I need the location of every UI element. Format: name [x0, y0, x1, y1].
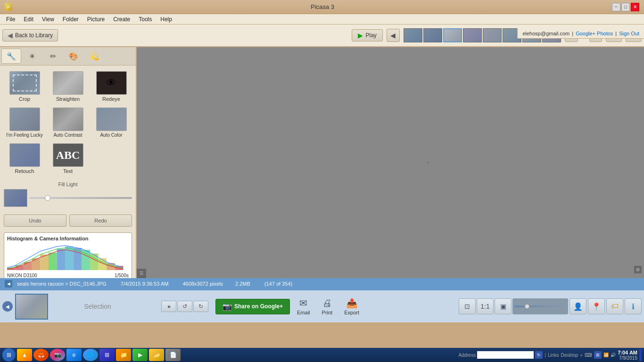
taskbar-firefox-icon[interactable]: 🦊 — [33, 349, 49, 361]
slideshow-button[interactable]: ▣ — [495, 298, 512, 314]
menu-file[interactable]: File — [2, 15, 19, 24]
share-google-button[interactable]: 📷 Share on Google+ — [215, 299, 290, 314]
back-to-library-button[interactable]: ◀ Back to Library — [2, 29, 58, 41]
retouch-tool[interactable]: Retouch — [4, 141, 45, 176]
crop-tool[interactable]: Crop — [4, 69, 45, 104]
undo-button[interactable]: Undo — [4, 214, 66, 227]
back-circle-button[interactable]: ◀ — [2, 301, 13, 312]
play-button[interactable]: ▶ Play — [352, 29, 382, 41]
location-button[interactable]: 📍 — [588, 298, 605, 314]
filmstrip-thumb-3[interactable] — [443, 28, 462, 42]
filmstrip-thumb-4[interactable] — [463, 28, 482, 42]
print-button[interactable]: 🖨 Print — [317, 296, 338, 317]
status-icon: ◀ — [5, 280, 12, 288]
fill-light-track[interactable] — [29, 197, 132, 199]
actual-size-button[interactable]: 1:1 — [477, 298, 494, 314]
undo-redo-section: Undo Redo — [0, 213, 136, 229]
windows-icon[interactable]: ⊞ — [594, 351, 602, 359]
play-label: Play — [365, 32, 376, 39]
address-input[interactable] — [477, 351, 534, 359]
corner-expand-icon[interactable]: ⊞ — [634, 266, 642, 273]
filmstrip-thumb-1[interactable] — [404, 28, 422, 42]
filmstrip-thumb-5[interactable] — [483, 28, 502, 42]
camera-model: NIKON D3100 — [7, 272, 37, 278]
svg-rect-2 — [24, 262, 32, 270]
retouch-label: Retouch — [15, 168, 34, 174]
tab-basic-fixes[interactable]: 🔧 — [1, 49, 21, 64]
tab-extra[interactable]: 💫 — [84, 49, 104, 64]
sign-out-link[interactable]: Sign Out — [619, 31, 639, 36]
filmstrip-thumb-2[interactable] — [423, 28, 442, 42]
email-icon: ✉ — [299, 297, 307, 309]
menu-folder[interactable]: Folder — [59, 15, 83, 24]
back-arrow-icon: ◀ — [8, 32, 13, 39]
lucky-tool[interactable]: I'm Feeling Lucky — [4, 106, 45, 140]
action-star-button[interactable]: ★ — [161, 301, 176, 312]
photo-area: Make a caption! ⊞ ☰ — [137, 47, 644, 278]
straighten-tool[interactable]: Straighten — [47, 69, 89, 104]
fill-light-label: Fill Light — [4, 181, 132, 187]
address-go-button[interactable]: ↻ — [535, 351, 543, 359]
redeye-tool[interactable]: 👁 Redeye — [91, 69, 132, 104]
fill-light-thumb-handle[interactable] — [45, 195, 50, 201]
minimize-button[interactable]: − — [612, 3, 620, 11]
retouch-thumb — [9, 143, 40, 167]
menu-view[interactable]: View — [38, 15, 58, 24]
tab-effects[interactable]: ✏ — [43, 49, 63, 64]
svg-rect-3 — [32, 258, 41, 270]
menu-picture[interactable]: Picture — [83, 15, 108, 24]
lucky-label: I'm Feeling Lucky — [6, 132, 43, 138]
tab-tuning[interactable]: ☀ — [22, 49, 42, 64]
export-button[interactable]: 📤 Export — [339, 296, 364, 317]
share-icon: 📷 — [223, 302, 232, 311]
taskbar-chrome-icon[interactable]: 🌐 — [83, 349, 98, 361]
menu-tools[interactable]: Tools — [135, 15, 156, 24]
email-button[interactable]: ✉ Email — [292, 296, 315, 317]
taskbar-doc-icon[interactable]: 📄 — [165, 349, 181, 361]
photo-thumbnail — [15, 294, 48, 320]
zoom-slider-thumb[interactable] — [525, 304, 529, 309]
svg-rect-6 — [57, 249, 66, 270]
restore-button[interactable]: □ — [621, 3, 630, 11]
fill-light-thumb — [4, 189, 27, 207]
user-email: elehosp@gmail.com — [522, 31, 570, 36]
prev-button[interactable]: ◀ — [387, 29, 400, 42]
keyboard-icon[interactable]: ⌨ — [585, 351, 592, 359]
menu-help[interactable]: Help — [157, 15, 176, 24]
show-desktop-button[interactable] — [639, 349, 642, 361]
info-button[interactable]: ℹ — [625, 298, 642, 314]
taskbar-file-icon[interactable]: 📁 — [116, 349, 131, 361]
taskbar-media-icon[interactable]: ▶ — [132, 349, 148, 361]
fit-view-button[interactable]: ⊡ — [459, 298, 476, 314]
color-tool[interactable]: Auto Color — [91, 106, 132, 140]
bottom-panel: ◀ Selection ★ ↺ ↻ 📷 Share on Google+ ✉ E… — [0, 289, 644, 322]
bottom-right-icons: ⊡ 1:1 ▣ 👤 📍 🏷 ℹ — [459, 298, 642, 314]
close-button[interactable]: ✕ — [631, 3, 639, 11]
zoom-slider-track[interactable] — [514, 305, 566, 307]
taskbar-grid-icon[interactable]: ⊞ — [99, 349, 115, 361]
people-button[interactable]: 👤 — [570, 298, 586, 314]
contrast-tool[interactable]: Auto Contrast — [47, 106, 89, 140]
action-rotate-right-button[interactable]: ↻ — [193, 301, 208, 312]
main-photo: Make a caption! — [428, 162, 429, 163]
start-button[interactable]: ⊞ — [2, 348, 16, 362]
caption-icon[interactable]: ☰ — [137, 269, 146, 278]
taskbar-date: 7/9/2015 — [618, 355, 637, 361]
tag-button[interactable]: 🏷 — [606, 298, 623, 314]
color-label: Auto Color — [100, 132, 122, 138]
taskbar-picasa-icon[interactable]: 📷 — [50, 349, 65, 361]
tab-creative[interactable]: 🎨 — [64, 49, 83, 64]
taskbar-folder-icon[interactable]: 📂 — [149, 349, 164, 361]
action-rotate-left-button[interactable]: ↺ — [177, 301, 192, 312]
taskbar-ie-icon[interactable]: e — [66, 349, 82, 361]
menu-create[interactable]: Create — [109, 15, 134, 24]
histogram-section: Histogram & Camera Information — [4, 232, 132, 278]
photo-dimensions: 4608x3072 pixels — [182, 281, 223, 287]
photo-caption[interactable]: Make a caption! — [428, 162, 429, 163]
menu-edit[interactable]: Edit — [20, 15, 37, 24]
text-tool[interactable]: ABC Text — [47, 141, 89, 176]
google-photos-link[interactable]: Google+ Photos — [576, 31, 613, 36]
taskbar-drive-icon[interactable]: ▲ — [17, 349, 32, 361]
user-area: elehosp@gmail.com | Google+ Photos | Sig… — [517, 28, 644, 39]
redo-button[interactable]: Redo — [69, 214, 132, 227]
